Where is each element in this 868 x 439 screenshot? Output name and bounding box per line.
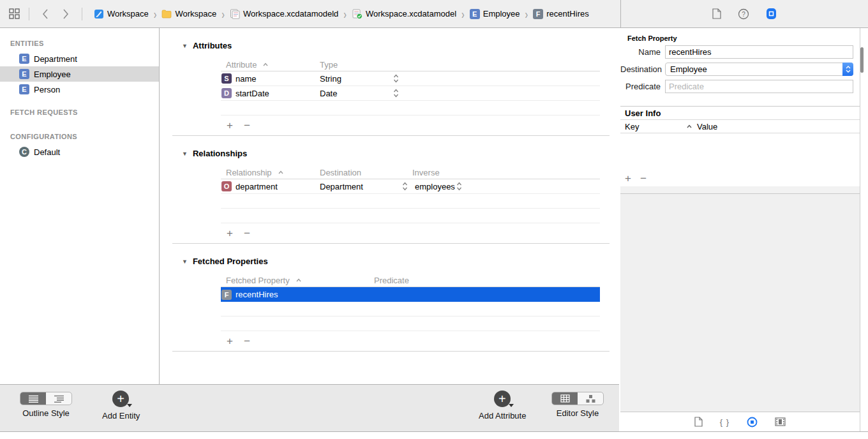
- sort-ascending-icon: [296, 278, 301, 282]
- column-header-attribute[interactable]: Attribute: [226, 58, 268, 71]
- editor-style-graph-segment[interactable]: [578, 392, 603, 405]
- jump-bar: Workspace › Workspace › Workspace.xcdata…: [0, 0, 868, 28]
- breadcrumb-item-entity[interactable]: E Employee: [470, 9, 520, 19]
- go-forward-button[interactable]: [59, 7, 73, 21]
- breadcrumb-item-xcdatamodel[interactable]: Workspace.xcdatamodel: [352, 9, 456, 19]
- sidebar-item-default-configuration[interactable]: C Default: [0, 144, 159, 160]
- sidebar-section-configurations: CONFIGURATIONS: [0, 128, 159, 144]
- fetched-property-badge-icon: F: [533, 9, 543, 19]
- scrollbar-thumb[interactable]: [860, 47, 864, 73]
- breadcrumb-item-group[interactable]: Workspace: [161, 9, 216, 19]
- breadcrumb-separator: ›: [525, 6, 529, 20]
- fetched-properties-section: ▼ Fetched Properties Fetched Property Pr…: [160, 244, 619, 352]
- predicate-input[interactable]: [665, 80, 853, 93]
- column-header-value[interactable]: Value: [697, 120, 717, 133]
- column-header-relationship[interactable]: Relationship: [226, 166, 283, 179]
- sidebar-item-department[interactable]: E Department: [0, 51, 159, 66]
- disclosure-triangle-icon[interactable]: ▼: [182, 151, 188, 157]
- user-info-footer-strip: [620, 186, 860, 194]
- editor-bottom-toolbar: Outline Style + Add Entity + Add Attribu…: [0, 384, 619, 431]
- user-info-empty-area: [620, 133, 860, 170]
- outline-style-flat-segment[interactable]: [20, 392, 46, 405]
- file-inspector-tab-icon[interactable]: [712, 8, 721, 19]
- data-model-inspector-tab-icon[interactable]: [766, 8, 777, 20]
- relationship-row-department[interactable]: O department Department employees: [221, 179, 600, 194]
- relationships-section-header[interactable]: ▼ Relationships: [160, 148, 619, 159]
- attributes-section: ▼ Attributes Attribute Type S name Str: [160, 28, 619, 136]
- destination-stepper-icon[interactable]: [402, 179, 408, 193]
- type-cell[interactable]: Date: [320, 86, 337, 100]
- column-header-inverse[interactable]: Inverse: [412, 166, 440, 179]
- fetched-property-row-recenthires[interactable]: F recentHires: [221, 287, 600, 302]
- user-info-section-title: User Info: [620, 106, 860, 120]
- column-header-type[interactable]: Type: [320, 58, 338, 71]
- add-entity-label: Add Entity: [102, 411, 140, 420]
- svg-text:?: ?: [742, 10, 745, 17]
- name-input[interactable]: [665, 45, 853, 59]
- breadcrumb-separator: ›: [153, 6, 158, 20]
- inspector-scrollbar-gutter: [861, 28, 868, 431]
- column-header-destination[interactable]: Destination: [320, 166, 361, 179]
- breadcrumb-item-fetched-property[interactable]: F recentHires: [533, 9, 588, 19]
- name-row: Name: [620, 43, 860, 61]
- attribute-row-startdate[interactable]: D startDate Date: [221, 86, 600, 101]
- xcode-window: Workspace › Workspace › Workspace.xcdata…: [0, 0, 868, 439]
- remove-user-info-minus-button[interactable]: −: [640, 173, 647, 184]
- add-attribute-button[interactable]: +: [494, 391, 511, 408]
- sidebar-item-label: Default: [34, 147, 60, 157]
- disclosure-triangle-icon[interactable]: ▼: [182, 258, 188, 265]
- editor-style-label: Editor Style: [557, 408, 599, 418]
- model-editor: ▼ Attributes Attribute Type S name Str: [160, 28, 619, 384]
- related-items-icon[interactable]: [9, 8, 20, 19]
- add-relationship-plus-button[interactable]: +: [227, 228, 233, 239]
- inverse-stepper-icon[interactable]: [456, 179, 462, 193]
- column-header-fetched-property[interactable]: Fetched Property: [226, 274, 301, 286]
- fetched-properties-section-header[interactable]: ▼ Fetched Properties: [160, 256, 619, 267]
- sidebar-item-person[interactable]: E Person: [0, 82, 159, 97]
- code-snippet-library-icon[interactable]: { }: [720, 417, 730, 427]
- file-template-library-icon[interactable]: [694, 417, 703, 427]
- remove-fetched-property-minus-button[interactable]: −: [244, 336, 250, 346]
- name-label: Name: [620, 47, 665, 57]
- add-user-info-plus-button[interactable]: +: [625, 173, 631, 184]
- sidebar-section-entities: ENTITIES: [0, 34, 159, 51]
- empty-row: [221, 209, 600, 223]
- column-header-predicate[interactable]: Predicate: [374, 274, 409, 286]
- column-header-key[interactable]: Key: [625, 120, 639, 133]
- destination-row: Destination Employee: [620, 61, 860, 78]
- sidebar-item-employee[interactable]: E Employee: [0, 66, 159, 82]
- breadcrumb-item-project[interactable]: Workspace: [94, 9, 149, 19]
- disclosure-triangle-icon[interactable]: ▼: [182, 43, 188, 49]
- go-back-button[interactable]: [38, 7, 52, 21]
- inverse-cell[interactable]: employees: [415, 179, 455, 193]
- destination-dropdown[interactable]: Employee: [665, 63, 853, 76]
- destination-value: Employee: [670, 64, 707, 74]
- section-divider: [172, 351, 610, 352]
- entity-badge-icon: E: [19, 69, 29, 79]
- type-stepper-icon[interactable]: [393, 71, 399, 86]
- user-info-table-header: Key Value: [620, 120, 860, 133]
- remove-relationship-minus-button[interactable]: −: [244, 228, 250, 239]
- sidebar-item-label: Employee: [34, 70, 71, 79]
- attribute-cell: S name: [221, 71, 257, 86]
- add-entity-button[interactable]: +: [112, 391, 130, 408]
- relationship-cell: O department: [221, 179, 278, 193]
- destination-cell[interactable]: Department: [320, 179, 363, 193]
- add-fetched-property-plus-button[interactable]: +: [227, 336, 233, 346]
- object-library-icon[interactable]: [747, 417, 758, 428]
- add-attribute-plus-button[interactable]: +: [227, 120, 233, 131]
- attribute-row-name[interactable]: S name String: [221, 71, 600, 86]
- sidebar-section-fetch-requests: FETCH REQUESTS: [0, 103, 159, 120]
- attributes-section-header[interactable]: ▼ Attributes: [160, 40, 619, 51]
- remove-attribute-minus-button[interactable]: −: [244, 120, 250, 131]
- breadcrumb-item-xcdatamodeld[interactable]: Workspace.xcdatamodeld: [230, 9, 338, 19]
- section-title: Attributes: [193, 41, 232, 50]
- editor-style-table-segment[interactable]: [552, 392, 578, 405]
- quick-help-tab-icon[interactable]: ?: [738, 8, 749, 20]
- outline-style-hierarchical-segment[interactable]: [46, 392, 71, 405]
- type-stepper-icon[interactable]: [393, 86, 399, 100]
- section-title: Relationships: [193, 149, 247, 158]
- type-cell[interactable]: String: [320, 71, 341, 86]
- media-library-icon[interactable]: [775, 417, 786, 426]
- outline-style-segmented-control: [20, 392, 72, 405]
